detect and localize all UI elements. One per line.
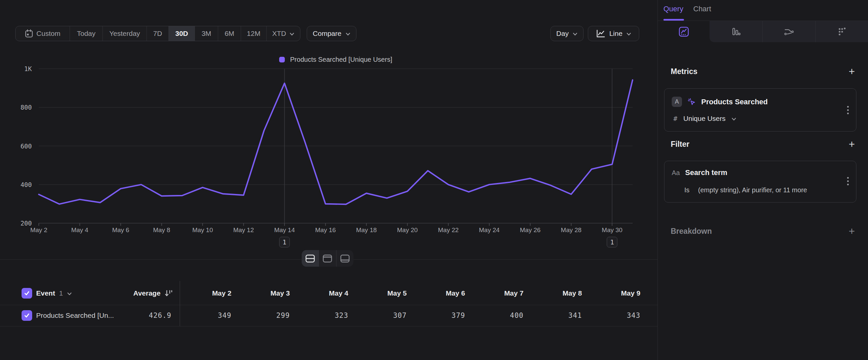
- date-column-value: 400: [472, 305, 524, 326]
- date-column-header: May 7: [472, 282, 524, 305]
- date-column-header: May 4: [297, 282, 348, 305]
- layout-toggle: [302, 250, 353, 267]
- chevron-down-icon: [67, 292, 72, 296]
- x-axis-tick-label: May 24: [469, 226, 509, 234]
- metric-letter-badge: A: [672, 96, 682, 107]
- date-range-custom[interactable]: Custom: [16, 26, 70, 41]
- y-axis-tick-label: 400: [12, 181, 32, 188]
- compare-button[interactable]: Compare: [307, 26, 356, 41]
- x-axis-tick-label: May 22: [428, 226, 468, 234]
- chart-type-tab-strip: [710, 21, 868, 42]
- filter-menu-kebab-icon[interactable]: [847, 177, 849, 185]
- add-metric-button[interactable]: +: [847, 65, 857, 78]
- x-axis-tick-label: May 30: [592, 226, 632, 234]
- x-axis-tick-label: May 8: [142, 226, 182, 234]
- chart-type-tab-bar[interactable]: [710, 21, 763, 42]
- date-range-yesterday[interactable]: Yesterday: [103, 26, 147, 41]
- layout-table-only-button[interactable]: [337, 250, 353, 267]
- x-axis-tick-label: May 18: [346, 226, 386, 234]
- y-axis-tick-label: 200: [12, 220, 32, 227]
- aggregation-selector[interactable]: Unique Users: [683, 115, 725, 122]
- date-range-label: Today: [77, 30, 95, 37]
- y-axis-tick-label: 1K: [12, 65, 32, 73]
- date-range-label: 30D: [176, 30, 188, 37]
- date-column-header: May 5: [355, 282, 407, 305]
- bar-chart-icon: [731, 27, 741, 37]
- date-column-value: 323: [297, 305, 348, 326]
- analytics-app: CustomTodayYesterday7D30D3M6M12MXTD Comp…: [0, 0, 868, 360]
- chart-type-tab-flow[interactable]: [763, 21, 816, 42]
- chevron-down-icon: [345, 32, 350, 36]
- x-axis-tick-label: May 2: [19, 226, 59, 234]
- tab-query[interactable]: Query: [663, 5, 683, 13]
- layout-chart-only-button[interactable]: [319, 250, 336, 267]
- query-panel: Query Chart: [657, 0, 868, 360]
- average-label: Average: [133, 289, 160, 297]
- layout-split-button[interactable]: [302, 250, 319, 267]
- date-range-label: 6M: [224, 30, 234, 37]
- annotation-badge[interactable]: 1: [607, 237, 617, 247]
- chart-type-dropdown[interactable]: Line: [588, 26, 639, 41]
- date-column-value: 307: [355, 305, 407, 326]
- granularity-dropdown[interactable]: Day: [550, 26, 584, 41]
- metrics-heading: Metrics: [671, 67, 698, 76]
- filter-card[interactable]: Aa Search term Is (empty string), Air pu…: [664, 161, 857, 202]
- metric-name: Products Searched: [701, 98, 768, 106]
- metric-card[interactable]: A Products Searched # Unique Users: [664, 88, 857, 132]
- chevron-down-icon: [626, 32, 631, 36]
- series-line[interactable]: [39, 80, 632, 204]
- x-axis-tick-label: May 26: [510, 226, 550, 234]
- date-column-header: May 9: [589, 282, 640, 305]
- date-column-value: 343: [589, 305, 640, 326]
- breakdown-heading: Breakdown: [671, 227, 712, 236]
- chevron-down-icon: [289, 32, 294, 36]
- insights-line-chart-icon: [679, 27, 689, 37]
- chevron-down-icon: [572, 32, 578, 36]
- filter-value[interactable]: (empty string), Air purifier, or 11 more: [698, 186, 807, 194]
- layout-split-icon: [305, 254, 315, 263]
- annotation-badge[interactable]: 1: [279, 237, 290, 247]
- layout-top-pane-icon: [322, 254, 332, 263]
- chart-type-tab-insights[interactable]: [658, 21, 710, 42]
- date-range-7d[interactable]: 7D: [147, 26, 169, 41]
- date-range-xtd[interactable]: XTD: [267, 26, 300, 41]
- chart-type-tab-funnel[interactable]: [816, 21, 868, 42]
- granularity-label: Day: [556, 30, 568, 37]
- tab-chart[interactable]: Chart: [693, 5, 711, 13]
- date-column-header: May 6: [413, 282, 465, 305]
- chart-legend[interactable]: Products Searched [Unique Users]: [39, 55, 632, 64]
- date-range-label: Yesterday: [110, 30, 140, 37]
- funnel-dots-icon: [837, 27, 847, 37]
- date-column-value: 341: [530, 305, 582, 326]
- event-column-header[interactable]: Event 1: [36, 282, 72, 305]
- select-all-checkbox[interactable]: [22, 288, 32, 299]
- compare-label: Compare: [313, 30, 341, 37]
- table-row-divider: [0, 326, 657, 327]
- filter-operator[interactable]: Is: [684, 186, 690, 194]
- date-column-value: 299: [238, 305, 290, 326]
- metric-menu-kebab-icon[interactable]: [847, 106, 849, 114]
- calendar-icon: [25, 29, 33, 38]
- row-name[interactable]: Products Searched [Un...: [36, 305, 114, 326]
- date-range-today[interactable]: Today: [70, 26, 103, 41]
- check-icon: [24, 312, 30, 319]
- event-spark-cursor-icon: [687, 98, 696, 106]
- date-column-header: May 2: [180, 282, 231, 305]
- average-column-header[interactable]: Average: [133, 282, 173, 305]
- aggregation-symbol: #: [673, 115, 677, 122]
- layout-bottom-pane-icon: [340, 254, 350, 263]
- x-axis-tick-label: May 6: [101, 226, 141, 234]
- date-range-12m[interactable]: 12M: [241, 26, 267, 41]
- date-range-3m[interactable]: 3M: [195, 26, 218, 41]
- date-range-6m[interactable]: 6M: [218, 26, 241, 41]
- add-filter-button[interactable]: +: [847, 138, 857, 150]
- date-column-value: 379: [413, 305, 465, 326]
- add-breakdown-button[interactable]: +: [847, 225, 857, 238]
- date-range-label: 7D: [153, 30, 162, 37]
- date-range-30d[interactable]: 30D: [169, 26, 195, 41]
- flow-chart-icon: [784, 27, 794, 37]
- main-area: CustomTodayYesterday7D30D3M6M12MXTD Comp…: [0, 0, 657, 360]
- event-count: 1: [59, 289, 63, 297]
- filter-property-name: Search term: [685, 168, 727, 177]
- row-checkbox[interactable]: [22, 310, 32, 321]
